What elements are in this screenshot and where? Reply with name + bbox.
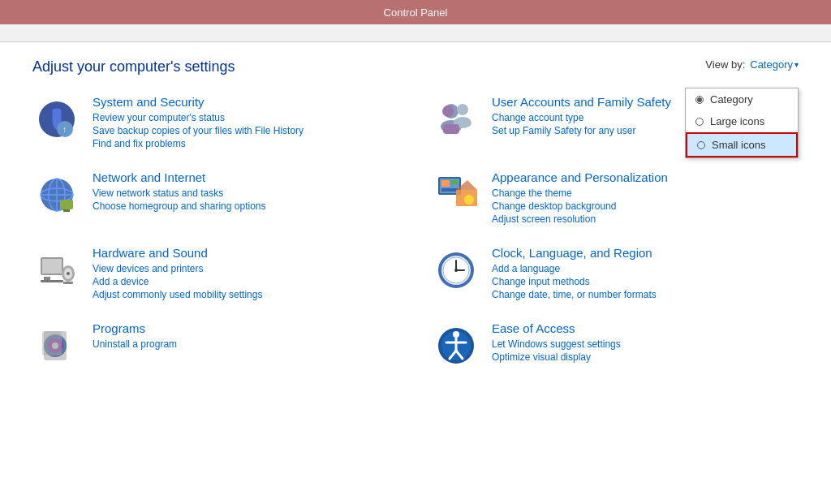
clock-link-2[interactable]: Change date, time, or number formats	[492, 289, 799, 300]
svg-text:↑: ↑	[62, 125, 67, 134]
svg-rect-18	[441, 180, 450, 187]
system-security-link-0[interactable]: Review your computer's status	[93, 112, 399, 123]
menu-bar	[0, 24, 831, 42]
category-appearance: Appearance and Personalization Change th…	[432, 170, 799, 226]
system-security-icon: ↑	[32, 95, 81, 144]
clock-link-0[interactable]: Add a language	[492, 263, 799, 274]
title-bar: Control Panel	[0, 0, 831, 24]
svg-point-23	[464, 195, 474, 205]
category-ease-of-access: Ease of Access Let Windows suggest setti…	[432, 321, 799, 370]
hardware-text: Hardware and Sound View devices and prin…	[93, 246, 399, 302]
appearance-icon	[432, 170, 480, 219]
programs-icon	[32, 321, 81, 370]
category-system-security: ↑ System and Security Review your comput…	[32, 95, 399, 151]
clock-title[interactable]: Clock, Language, and Region	[492, 246, 799, 260]
network-icon	[32, 170, 81, 219]
ease-of-access-link-1[interactable]: Optimize visual display	[492, 351, 799, 363]
category-programs: Programs Uninstall a program	[32, 321, 399, 370]
svg-rect-20	[441, 188, 458, 192]
hardware-title[interactable]: Hardware and Sound	[93, 246, 399, 260]
page-title: Adjust your computer's settings	[32, 58, 799, 75]
title-bar-text: Control Panel	[384, 6, 448, 19]
svg-rect-19	[451, 180, 458, 184]
hardware-link-2[interactable]: Adjust commonly used mobility settings	[93, 289, 399, 300]
svg-rect-27	[41, 280, 63, 282]
radio-empty-icon-2	[697, 141, 705, 149]
svg-rect-25	[42, 259, 62, 274]
radio-selected-icon	[695, 96, 704, 104]
svg-rect-14	[60, 200, 73, 209]
appearance-title[interactable]: Appearance and Personalization	[492, 170, 799, 184]
svg-rect-15	[63, 209, 70, 212]
network-text: Network and Internet View network status…	[93, 170, 399, 213]
svg-rect-8	[443, 124, 459, 134]
view-by-dropdown[interactable]: Category ▾	[750, 58, 799, 71]
svg-point-5	[457, 104, 468, 115]
dropdown-item-category[interactable]: Category	[686, 88, 798, 110]
ease-of-access-text: Ease of Access Let Windows suggest setti…	[492, 321, 799, 364]
appearance-link-0[interactable]: Change the theme	[492, 187, 799, 199]
svg-point-7	[442, 106, 454, 117]
view-by-area: View by: Category ▾ Category Large icons…	[705, 58, 799, 71]
system-security-link-2[interactable]: Find and fix problems	[93, 138, 399, 149]
clock-icon	[432, 246, 480, 295]
system-security-text: System and Security Review your computer…	[93, 95, 399, 151]
view-by-label: View by:	[705, 58, 745, 71]
programs-link-0[interactable]: Uninstall a program	[93, 338, 399, 350]
clock-link-1[interactable]: Change input methods	[492, 276, 799, 287]
categories-grid: ↑ System and Security Review your comput…	[32, 95, 799, 370]
appearance-link-1[interactable]: Change desktop background	[492, 200, 799, 212]
dropdown-item-large-icons[interactable]: Large icons	[686, 110, 798, 132]
view-by-dropdown-menu: Category Large icons Small icons	[685, 88, 799, 158]
appearance-text: Appearance and Personalization Change th…	[492, 170, 799, 226]
system-security-title[interactable]: System and Security	[93, 95, 399, 109]
dropdown-label-large-icons: Large icons	[710, 115, 764, 127]
programs-title[interactable]: Programs	[93, 321, 399, 335]
dropdown-label-category: Category	[710, 93, 753, 106]
svg-rect-42	[42, 331, 62, 355]
dropdown-item-small-icons[interactable]: Small icons	[686, 132, 798, 157]
hardware-link-1[interactable]: Add a device	[93, 276, 399, 287]
network-title[interactable]: Network and Internet	[93, 170, 399, 184]
main-content: Adjust your computer's settings View by:…	[0, 42, 831, 386]
clock-text: Clock, Language, and Region Add a langua…	[492, 246, 799, 302]
category-clock: Clock, Language, and Region Add a langua…	[432, 246, 799, 302]
dropdown-label-small-icons: Small icons	[712, 139, 765, 151]
category-hardware: Hardware and Sound View devices and prin…	[32, 246, 399, 302]
chevron-down-icon: ▾	[794, 60, 799, 69]
hardware-link-0[interactable]: View devices and printers	[93, 263, 399, 274]
system-security-link-1[interactable]: Save backup copies of your files with Fi…	[93, 125, 399, 136]
category-network: Network and Internet View network status…	[32, 170, 399, 226]
ease-of-access-icon	[432, 321, 480, 370]
ease-of-access-title[interactable]: Ease of Access	[492, 321, 799, 335]
svg-point-30	[67, 272, 70, 275]
svg-rect-31	[63, 282, 73, 284]
network-link-1[interactable]: Choose homegroup and sharing options	[93, 200, 399, 212]
user-accounts-icon	[432, 95, 480, 144]
appearance-link-2[interactable]: Adjust screen resolution	[492, 213, 799, 225]
programs-text: Programs Uninstall a program	[93, 321, 399, 351]
view-by-value: Category	[750, 58, 793, 71]
ease-of-access-link-0[interactable]: Let Windows suggest settings	[492, 338, 799, 350]
hardware-icon	[32, 246, 81, 295]
svg-rect-26	[44, 277, 50, 280]
network-link-0[interactable]: View network status and tasks	[93, 187, 399, 199]
radio-empty-icon	[695, 118, 704, 126]
svg-point-37	[454, 269, 458, 272]
